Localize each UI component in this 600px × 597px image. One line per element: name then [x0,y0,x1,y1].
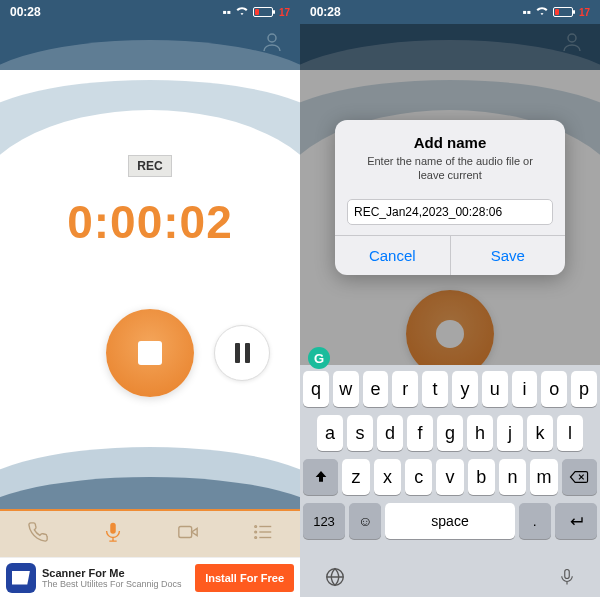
key-h[interactable]: h [467,415,493,451]
key-row-4: 123 ☺ space . [303,503,597,539]
tab-calls[interactable] [27,521,49,547]
key-y[interactable]: y [452,371,478,407]
key-g[interactable]: g [437,415,463,451]
status-bar: 00:28 ▪▪ 17 [0,0,300,24]
space-key[interactable]: space [385,503,514,539]
dictation-icon[interactable] [558,566,576,592]
svg-point-8 [254,537,256,539]
key-v[interactable]: v [436,459,463,495]
key-s[interactable]: s [347,415,373,451]
key-j[interactable]: j [497,415,523,451]
status-bar: 00:28 ▪▪ 17 [300,0,600,24]
signal-icon: ▪▪ [222,5,231,19]
key-f[interactable]: f [407,415,433,451]
key-n[interactable]: n [499,459,526,495]
key-d[interactable]: d [377,415,403,451]
grammarly-icon[interactable]: G [308,347,330,369]
ad-banner[interactable]: Scanner For Me The Best Utilites For Sca… [0,557,300,597]
clock: 00:28 [310,5,341,19]
battery-icon [253,7,273,17]
return-key[interactable] [555,503,597,539]
ad-title: Scanner For Me [42,567,189,579]
period-key[interactable]: . [519,503,551,539]
ad-subtitle: The Best Utilites For Scannig Docs [42,579,189,589]
tab-list[interactable] [252,521,274,547]
tab-bar [0,509,300,557]
key-i[interactable]: i [512,371,538,407]
key-row-3: z x c v b n m [303,459,597,495]
clock: 00:28 [10,5,41,19]
shift-key[interactable] [303,459,338,495]
pause-button[interactable] [214,325,270,381]
key-t[interactable]: t [422,371,448,407]
key-w[interactable]: w [333,371,359,407]
globe-icon[interactable] [324,566,346,592]
rec-badge: REC [128,155,171,177]
battery-percent: 17 [579,7,590,18]
ad-install-button[interactable]: Install For Free [195,564,294,592]
phone-recording: 00:28 ▪▪ 17 REC 0:00:02 Scanner Fo [0,0,300,597]
svg-point-7 [254,531,256,533]
wifi-icon [535,5,549,19]
filename-input[interactable] [347,199,553,225]
key-l[interactable]: l [557,415,583,451]
svg-rect-2 [178,527,191,538]
key-u[interactable]: u [482,371,508,407]
key-p[interactable]: p [571,371,597,407]
svg-rect-1 [110,523,116,534]
signal-icon: ▪▪ [522,5,531,19]
timer-display: 0:00:02 [67,195,233,249]
footer-waves [0,417,300,517]
phone-save-dialog: 00:28 ▪▪ 17 Add name Enter the name of t… [300,0,600,597]
battery-percent: 17 [279,7,290,18]
key-row-1: q w e r t y u i o p [303,371,597,407]
wifi-icon [235,5,249,19]
backspace-key[interactable] [562,459,597,495]
svg-rect-11 [565,570,570,579]
battery-icon [553,7,573,17]
svg-point-6 [254,526,256,528]
key-row-2: a s d f g h j k l [303,415,597,451]
key-x[interactable]: x [374,459,401,495]
key-e[interactable]: e [363,371,389,407]
key-q[interactable]: q [303,371,329,407]
key-z[interactable]: z [342,459,369,495]
ad-app-icon [6,563,36,593]
save-button[interactable]: Save [451,236,566,275]
stop-record-button[interactable] [106,309,194,397]
key-r[interactable]: r [392,371,418,407]
save-name-alert: Add name Enter the name of the audio fil… [335,120,565,275]
key-a[interactable]: a [317,415,343,451]
key-m[interactable]: m [530,459,557,495]
numbers-key[interactable]: 123 [303,503,345,539]
emoji-key[interactable]: ☺ [349,503,381,539]
tab-video[interactable] [177,521,199,547]
key-o[interactable]: o [541,371,567,407]
key-c[interactable]: c [405,459,432,495]
key-b[interactable]: b [468,459,495,495]
tab-record[interactable] [102,521,124,547]
alert-subtitle: Enter the name of the audio file or leav… [353,154,547,183]
svg-point-0 [268,34,276,42]
alert-title: Add name [353,134,547,151]
cancel-button[interactable]: Cancel [335,236,451,275]
key-k[interactable]: k [527,415,553,451]
